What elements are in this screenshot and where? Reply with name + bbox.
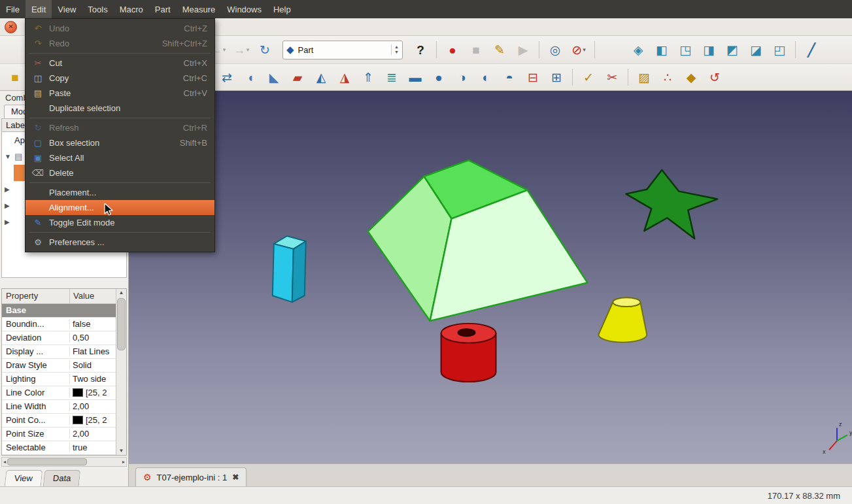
menu-item-box-selection[interactable]: ▢Box selectionShift+B [26, 135, 214, 150]
tab-data[interactable]: Data [43, 470, 81, 486]
property-column-header[interactable]: Property [2, 289, 70, 303]
property-row[interactable]: Boundin...false [2, 318, 116, 331]
menubar-part[interactable]: Part [149, 0, 177, 18]
expander-icon[interactable]: ▶ [5, 186, 12, 193]
macro-edit-icon[interactable]: ✎ [488, 40, 511, 59]
property-row[interactable]: Display ...Flat Lines [2, 345, 116, 359]
part-fillet-icon[interactable]: ◖ [239, 67, 262, 87]
yellow-cone-object[interactable] [598, 297, 647, 342]
scrollbar-thumb[interactable] [7, 458, 87, 465]
part-box-primitive-icon[interactable]: ■ [4, 67, 26, 87]
menubar-file[interactable]: File [0, 0, 26, 18]
menu-item-toggle-edit-mode[interactable]: ✎Toggle Edit mode [26, 215, 214, 230]
3d-viewport[interactable]: z y x [129, 91, 852, 463]
scroll-left-icon[interactable]: ◂ [3, 459, 6, 465]
view-top-icon[interactable]: ◳ [674, 40, 696, 59]
expander-icon[interactable]: ▼ [5, 153, 12, 160]
measure-linear-icon[interactable]: ╱ [800, 40, 823, 59]
part-compound-icon[interactable]: ⊞ [545, 67, 568, 87]
red-tube-object[interactable] [441, 324, 496, 382]
value-column-header[interactable]: Value [70, 289, 116, 303]
shape-from-mesh-icon[interactable]: ▨ [633, 67, 655, 87]
combo-spinner[interactable]: ▲▼ [391, 44, 399, 54]
menu-item-refresh[interactable]: ↻RefreshCtrl+R [26, 120, 214, 135]
part-sweep-icon[interactable]: ⇑ [357, 67, 379, 87]
blue-box-object[interactable] [273, 236, 306, 302]
boolean-cut-icon[interactable]: ◐ [475, 67, 497, 87]
menu-item-delete[interactable]: ⌫Delete [26, 165, 214, 180]
vertical-scrollbar[interactable]: ▲ ▼ [116, 289, 126, 455]
view-isometric-icon[interactable]: ◈ [627, 40, 649, 59]
scroll-right-icon[interactable]: ▸ [122, 459, 125, 465]
menubar-view[interactable]: View [52, 0, 82, 18]
menu-item-cut[interactable]: ✂CutCtrl+X [26, 56, 214, 71]
view-bottom-icon[interactable]: ◪ [745, 40, 767, 59]
nav-forward-icon[interactable]: →▾ [230, 40, 252, 59]
menu-item-redo[interactable]: ↷RedoShift+Ctrl+Z [26, 36, 214, 51]
check-geometry-icon[interactable]: ✓ [577, 67, 600, 87]
property-row[interactable]: Point Co...[25, 2 [2, 414, 116, 428]
view-right-icon[interactable]: ◨ [698, 40, 720, 59]
macro-record-icon[interactable]: ● [441, 40, 464, 59]
menu-item-select-all[interactable]: ▣Select All [26, 150, 214, 165]
part-mirror-icon[interactable]: ⇄ [216, 67, 238, 87]
whats-this-icon[interactable]: ? [409, 40, 432, 59]
tab-close-icon[interactable]: ✖ [232, 473, 239, 482]
menubar-tools[interactable]: Tools [82, 0, 113, 18]
menu-item-undo[interactable]: ↶UndoCtrl+Z [26, 21, 214, 36]
menu-item-paste[interactable]: ▤PasteCtrl+V [26, 86, 214, 101]
view-rear-icon[interactable]: ◩ [721, 40, 743, 59]
refine-shape-icon[interactable]: ↺ [704, 67, 726, 87]
property-row[interactable]: Deviation0,50 [2, 331, 116, 345]
menubar-macro[interactable]: Macro [114, 0, 149, 18]
property-row[interactable]: Draw StyleSolid [2, 359, 116, 373]
window-close-button[interactable]: ✕ [5, 21, 17, 33]
menubar-edit[interactable]: Edit [26, 0, 52, 18]
property-row[interactable]: Line Color[25, 2 [2, 386, 116, 400]
menu-item-placement[interactable]: Placement... [26, 185, 214, 200]
green-star-object[interactable] [626, 170, 717, 239]
dropdown-caret-icon[interactable]: ▾ [247, 47, 250, 53]
menu-item-preferences[interactable]: ⚙Preferences ... [26, 235, 214, 250]
tab-view[interactable]: View [5, 470, 43, 486]
dropdown-caret-icon[interactable]: ▾ [223, 47, 226, 53]
boolean-union-icon[interactable]: ● [428, 67, 450, 87]
expander-icon[interactable]: ▶ [5, 202, 12, 209]
menu-item-duplicate-selection[interactable]: Duplicate selection [26, 101, 214, 116]
part-ruled-surface-icon[interactable]: ◭ [310, 67, 332, 87]
part-defeaturing-icon[interactable]: ✂ [601, 67, 623, 87]
scroll-down-icon[interactable]: ▼ [119, 447, 124, 455]
spin-down-icon[interactable]: ▼ [394, 50, 399, 55]
view-left-icon[interactable]: ◰ [768, 40, 791, 59]
spin-up-icon[interactable]: ▲ [394, 44, 399, 50]
part-section-icon[interactable]: ◓ [498, 67, 520, 87]
green-frustum-object[interactable] [368, 160, 588, 321]
horizontal-scrollbar[interactable]: ◂ ▸ [1, 457, 127, 467]
boolean-common-icon[interactable]: ◑ [451, 67, 473, 87]
zoom-fit-icon[interactable]: ◎ [544, 40, 566, 59]
part-extrude-icon[interactable]: ≣ [381, 67, 403, 87]
menubar-windows[interactable]: Windows [221, 0, 267, 18]
menu-item-copy[interactable]: ◫CopyCtrl+C [26, 71, 214, 86]
property-row[interactable]: Line Width2,00 [2, 400, 116, 414]
view-front-icon[interactable]: ◧ [651, 40, 673, 59]
menu-item-alignment[interactable]: Alignment... [26, 200, 214, 215]
scrollbar-thumb[interactable] [117, 298, 126, 350]
part-loft-icon[interactable]: ◮ [333, 67, 356, 87]
expander-icon[interactable]: ▶ [5, 218, 12, 226]
property-row[interactable]: Selectabletrue [2, 441, 116, 455]
points-from-shape-icon[interactable]: ∴ [656, 67, 679, 87]
draw-style-icon[interactable]: ⊘▾ [568, 40, 590, 59]
menubar-measure[interactable]: Measure [177, 0, 222, 18]
document-tab[interactable]: ⚙ T07-ejemplo-ini : 1 ✖ [135, 467, 247, 486]
menubar-help[interactable]: Help [267, 0, 297, 18]
macro-stop-icon[interactable]: ■ [465, 40, 487, 59]
property-row[interactable]: Point Size2,00 [2, 428, 116, 441]
workbench-selector[interactable]: ◆Part▲▼ [282, 41, 403, 59]
macro-play-icon[interactable]: ▶ [512, 40, 534, 59]
part-offset-icon[interactable]: ▬ [404, 67, 426, 87]
part-cross-sections-icon[interactable]: ⊟ [522, 67, 544, 87]
scroll-up-icon[interactable]: ▲ [119, 289, 124, 297]
dropdown-caret-icon[interactable]: ▾ [583, 47, 586, 53]
property-row[interactable]: LightingTwo side [2, 373, 116, 386]
